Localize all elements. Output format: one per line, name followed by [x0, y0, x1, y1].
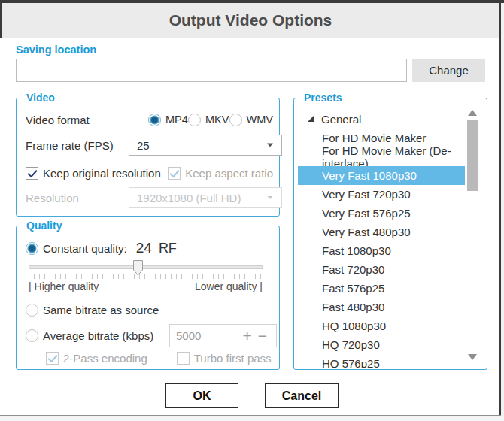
radio-constant-quality[interactable]	[26, 242, 38, 255]
preset-item-label: HQ 720p30	[322, 338, 380, 351]
radio-format-mp4-label: MP4	[165, 114, 188, 126]
change-button[interactable]: Change	[412, 59, 485, 82]
saving-location-input[interactable]	[16, 59, 407, 82]
preset-item[interactable]: HQ 1080p30	[298, 317, 465, 335]
higher-quality-label: | Higher quality	[29, 280, 99, 292]
bitrate-decrement-button: −	[255, 329, 270, 344]
preset-item[interactable]: Very Fast 720p30	[298, 185, 465, 204]
preset-item-label: Very Fast 576p25	[322, 207, 411, 220]
preset-item-label: HQ 576p25	[322, 357, 380, 368]
preset-item-label: Fast 576p25	[322, 282, 384, 295]
preset-item-label: Very Fast 480p30	[322, 226, 411, 238]
scroll-up-icon[interactable]	[468, 110, 477, 116]
radio-format-mkv[interactable]	[188, 114, 201, 126]
window-border-bottom	[0, 415, 501, 416]
preset-item[interactable]: Very Fast 576p25	[298, 204, 465, 223]
preset-item-label: Fast 720p30	[322, 263, 384, 276]
dropdown-caret-icon	[267, 144, 273, 147]
two-pass-checkbox	[46, 352, 59, 365]
slider-tick-marks	[29, 274, 263, 279]
preset-item-label: Fast 480p30	[322, 301, 384, 313]
keep-aspect-ratio-label: Keep aspect ratio	[185, 167, 273, 180]
radio-same-bitrate[interactable]	[26, 304, 38, 317]
preset-item[interactable]: HQ 576p25	[298, 354, 465, 368]
frame-rate-label: Frame rate (FPS)	[26, 139, 114, 152]
video-group-legend: Video	[23, 92, 59, 104]
average-bitrate-label: Average bitrate (kbps)	[43, 329, 153, 342]
keep-original-resolution-checkbox[interactable]	[26, 167, 38, 180]
preset-item[interactable]: Very Fast 1080p30	[298, 166, 465, 185]
presets-tree: General For HD Movie MakerFor HD Movie M…	[295, 103, 467, 368]
constant-quality-unit: RF	[159, 241, 177, 256]
lower-quality-label: Lower quality |	[195, 280, 263, 292]
radio-format-wmv[interactable]	[229, 114, 242, 126]
preset-item[interactable]: Fast 1080p30	[298, 241, 465, 260]
preset-item[interactable]: Very Fast 480p30	[298, 223, 465, 241]
preset-item-label: Very Fast 720p30	[322, 188, 411, 201]
same-bitrate-label: Same bitrate as source	[43, 304, 159, 317]
radio-average-bitrate[interactable]	[26, 329, 38, 342]
title-bar: Output Video Options	[0, 3, 499, 38]
window-border-top	[0, 0, 504, 3]
slider-thumb-icon	[133, 260, 143, 276]
quality-group-legend: Quality	[23, 220, 65, 232]
scrollbar-thumb[interactable]	[467, 120, 478, 191]
keep-aspect-ratio-checkbox	[168, 167, 181, 180]
preset-item-label: For HD Movie Maker	[322, 132, 426, 144]
preset-item[interactable]: For HD Movie Maker (De-interlace)	[298, 147, 465, 166]
window-edge-right	[501, 3, 504, 416]
quality-slider-thumb[interactable]	[133, 260, 143, 276]
dropdown-caret-icon	[268, 196, 273, 199]
tree-expand-icon	[307, 115, 314, 123]
radio-format-mkv-label: MKV	[205, 114, 229, 126]
preset-item-label: Fast 1080p30	[322, 244, 391, 257]
keep-original-resolution-label: Keep original resolution	[43, 167, 161, 180]
turbo-first-pass-label: Turbo first pass	[194, 352, 272, 365]
preset-item-label: Very Fast 1080p30	[322, 169, 417, 182]
frame-rate-dropdown[interactable]: 25	[129, 135, 282, 156]
average-bitrate-spinner: 5000 + −	[169, 324, 277, 347]
constant-quality-value: 24	[136, 240, 152, 256]
window-edge-bottom	[0, 416, 504, 421]
ok-button[interactable]: OK	[165, 383, 238, 408]
preset-item[interactable]: Fast 720p30	[298, 260, 465, 279]
preset-item[interactable]: HQ 720p30	[298, 335, 465, 354]
presets-group: Presets General For HD Movie MakerFor HD…	[293, 98, 487, 370]
resolution-label: Resolution	[26, 192, 79, 204]
frame-rate-value: 25	[137, 139, 150, 152]
video-format-label: Video format	[26, 114, 148, 126]
radio-format-wmv-label: WMV	[247, 114, 273, 126]
preset-item[interactable]: Fast 576p25	[298, 279, 465, 298]
dialog-title: Output Video Options	[169, 11, 332, 29]
preset-item-label: HQ 1080p30	[322, 320, 386, 332]
average-bitrate-value: 5000	[176, 329, 239, 342]
quality-slider-track[interactable]	[29, 265, 263, 269]
preset-group-label: General	[321, 113, 361, 126]
preset-group-general[interactable]: General	[298, 109, 465, 129]
bitrate-increment-button: +	[239, 329, 254, 344]
radio-format-mp4[interactable]	[148, 114, 161, 126]
cancel-button[interactable]: Cancel	[265, 383, 339, 408]
resolution-value: 1920x1080 (Full HD)	[137, 192, 241, 204]
presets-scrollbar	[467, 108, 478, 362]
window-border-right	[499, 0, 501, 416]
scroll-down-icon[interactable]	[468, 354, 477, 360]
two-pass-label: 2-Pass encoding	[63, 352, 147, 365]
preset-item[interactable]: Fast 480p30	[298, 298, 465, 317]
saving-location-label: Saving location	[16, 44, 96, 56]
constant-quality-label: Constant quality:	[43, 242, 127, 255]
turbo-first-pass-checkbox	[177, 352, 190, 365]
quality-group: Quality Constant quality: 24 RF | Higher…	[16, 226, 280, 370]
resolution-dropdown: 1920x1080 (Full HD)	[129, 187, 282, 208]
video-group: Video Video format MP4 MKV WMV Frame rat…	[16, 98, 280, 217]
